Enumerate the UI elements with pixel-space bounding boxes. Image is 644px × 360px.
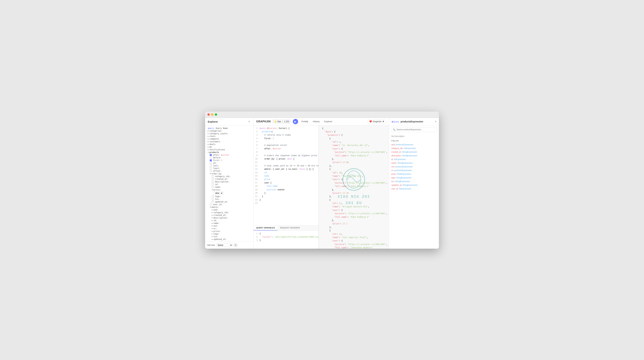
field-item[interactable]: category_ids: IntExpression (389, 146, 439, 150)
result-line: "picture": "https://i.pravatar.cc/200?30… (319, 181, 389, 185)
field-item[interactable]: price: FloatExpression (389, 172, 439, 176)
field-type: productsExpression (394, 169, 412, 171)
search-input[interactable] (396, 128, 435, 131)
sidebar-item-price-select[interactable]: descasc (205, 191, 253, 195)
result-line: { (319, 137, 389, 140)
field-name: user_id (391, 188, 398, 190)
sidebar-item-where-not[interactable]: ▶ not: (205, 225, 253, 227)
panel-content: 1{ 2 "cursor": "4dSilGg02cFGtFfgXLjsS0a0… (254, 231, 318, 248)
price-order-select[interactable]: descasc (214, 191, 223, 195)
var-line-3: 3} (254, 239, 318, 242)
field-item[interactable]: not: productsExpression (389, 165, 439, 168)
var-line-1: 1{ (254, 232, 318, 235)
sidebar-item-last[interactable]: last: (205, 164, 253, 167)
sidebar-item-products[interactable]: ▼ products (205, 151, 253, 154)
sidebar-item-description[interactable]: description: (205, 181, 253, 183)
field-name: tsv (391, 180, 394, 183)
graphjin-menu-button[interactable]: ❤️ GraphJin ▼ (368, 120, 386, 123)
sidebar-item-query[interactable]: query Query Name (205, 127, 253, 130)
sidebar-item-category-counts[interactable]: ▶ category_counts (205, 132, 253, 135)
result-line: "full_name": "Edna Padberg V" (319, 215, 389, 219)
result-line: "price": 17.1 (319, 222, 389, 225)
sidebar-item-where-and[interactable]: ▶ and: (205, 209, 253, 211)
code-editor[interactable]: 1query ($cursor: Cursor) { 2 products( 3… (254, 125, 319, 249)
sidebar-item-price[interactable]: ▼ price: (205, 189, 253, 191)
history-button[interactable]: History (312, 120, 321, 123)
close-button[interactable] (208, 113, 210, 116)
result-line: }, (319, 164, 389, 167)
back-to-query-button[interactable]: ◀ ◀ Query Query (391, 120, 399, 123)
field-item[interactable]: created_at: StringExpression (389, 150, 439, 154)
query-name-label: Query Name (214, 127, 228, 129)
field-item[interactable]: tsv: StringExpression (389, 179, 439, 183)
maximize-button[interactable] (215, 113, 217, 116)
sidebar-item-orderby[interactable]: ▼ order_by: (205, 172, 253, 175)
sidebar-item-offset[interactable]: offset: (205, 170, 253, 172)
field-item[interactable]: user_id: IntExpression (389, 187, 439, 191)
sidebar-close-button[interactable]: × (248, 120, 251, 123)
code-line: 18 full_name (254, 185, 318, 188)
sidebar-item-where-desc[interactable]: ▶ description: (205, 217, 253, 219)
field-item[interactable]: updated_at: StringExpression (389, 183, 439, 187)
field-item[interactable]: and: productsExpression (389, 143, 439, 146)
sidebar-item-first[interactable]: first: 5 (205, 159, 253, 162)
field-item[interactable]: id: IDExpression (389, 157, 439, 161)
sidebar-item-where-cat-ids[interactable]: ▶ category_ids: (205, 211, 253, 214)
query-type-select[interactable]: Query Mutation Subscription (216, 243, 232, 247)
sidebar-item-where-id[interactable]: ▶ id: (205, 219, 253, 222)
query-variables-tab[interactable]: QUERY VARIABLES (254, 225, 278, 230)
sidebar-item-chats[interactable]: ▶ chats (205, 135, 253, 138)
sidebar-header: Explorer × (205, 118, 253, 126)
sidebar-item-id[interactable]: id: (205, 162, 253, 164)
sidebar-item-comments[interactable]: ▶ comments (205, 138, 253, 140)
sidebar-item-name[interactable]: name: (205, 186, 253, 189)
sidebar-item-where-created[interactable]: ▶ created_at: (205, 214, 253, 217)
field-name: price (391, 173, 396, 175)
code-line: 6 # pagination cursor (254, 144, 318, 147)
field-item[interactable]: tags: StringExpression (389, 176, 439, 179)
sidebar-item-after[interactable]: after: $cursor (205, 154, 253, 156)
sidebar-item-where-name[interactable]: ▶ name: (205, 222, 253, 225)
field-type: StringExpression (402, 184, 418, 186)
sidebar-item-updated-at[interactable]: updated_at: (205, 201, 253, 203)
request-headers-tab[interactable]: REQUEST HEADERS (278, 225, 303, 230)
sidebar-item-me[interactable]: ▶ me (205, 146, 253, 148)
sidebar-item-user-id[interactable]: user_id: (205, 203, 253, 206)
field-item[interactable]: or: productsExpression (389, 168, 439, 172)
field-type: productsExpression (396, 143, 413, 146)
field-item[interactable]: name: StringExpression (389, 161, 439, 165)
search-box: 🔍 (391, 127, 437, 132)
main-content: Explorer × query Query Name ▶ categories… (205, 118, 439, 249)
run-button[interactable]: ▶ (293, 119, 298, 124)
sidebar-item-tags[interactable]: tags: (205, 195, 253, 198)
sidebar-item-before[interactable]: before: (205, 156, 253, 159)
minimize-button[interactable] (211, 113, 214, 116)
explorer-button[interactable]: Explorer (323, 120, 334, 123)
sidebar-item-tsv[interactable]: tsv: (205, 198, 253, 201)
result-line: "id": 31, (319, 232, 389, 236)
field-item[interactable]: description: StringExpression (389, 154, 439, 157)
sidebar-item-where-tags[interactable]: ▶ tags: (205, 233, 253, 235)
sidebar-item-where[interactable]: ▼ where: (205, 206, 253, 209)
sidebar-item-limit[interactable]: limit: (205, 167, 253, 170)
sidebar-item-where-or[interactable]: ▶ or: (205, 227, 253, 230)
sidebar-item-notifications[interactable]: ▶ notifications (205, 148, 253, 151)
add-query-button[interactable]: + (234, 243, 238, 247)
sidebar-item-id2[interactable]: id: (205, 183, 253, 186)
sidebar-item-cat-ids[interactable]: category_ids: (205, 175, 253, 178)
sidebar-item-where-price[interactable]: ▶ price: (205, 230, 253, 233)
right-panel-close-button[interactable]: × (435, 120, 436, 123)
sidebar-item-created-at[interactable]: created_at: (205, 178, 253, 181)
sidebar-item-where-tsv[interactable]: ▶ tsv: (205, 235, 253, 238)
prettify-button[interactable]: Prettify (300, 120, 310, 123)
field-type: StringExpression (402, 154, 417, 157)
result-line: "price": 17.35 (319, 192, 389, 195)
code-line: 19 picture: avatar (254, 188, 318, 192)
github-star-button[interactable]: ⭐ Star | 1,231 (273, 120, 291, 123)
sidebar-item-deals[interactable]: ▶ deals (205, 143, 253, 146)
sidebar-item-customers[interactable]: ▶ customers (205, 140, 253, 143)
code-line: 20 } (254, 192, 318, 195)
sidebar-item-where-updated[interactable]: ▶ updated_at: (205, 238, 253, 241)
sidebar-item-categories[interactable]: ▶ categories (205, 130, 253, 132)
result-panel: XIAO NIU ZHI SHI KU { "data": { "product… (319, 125, 389, 249)
